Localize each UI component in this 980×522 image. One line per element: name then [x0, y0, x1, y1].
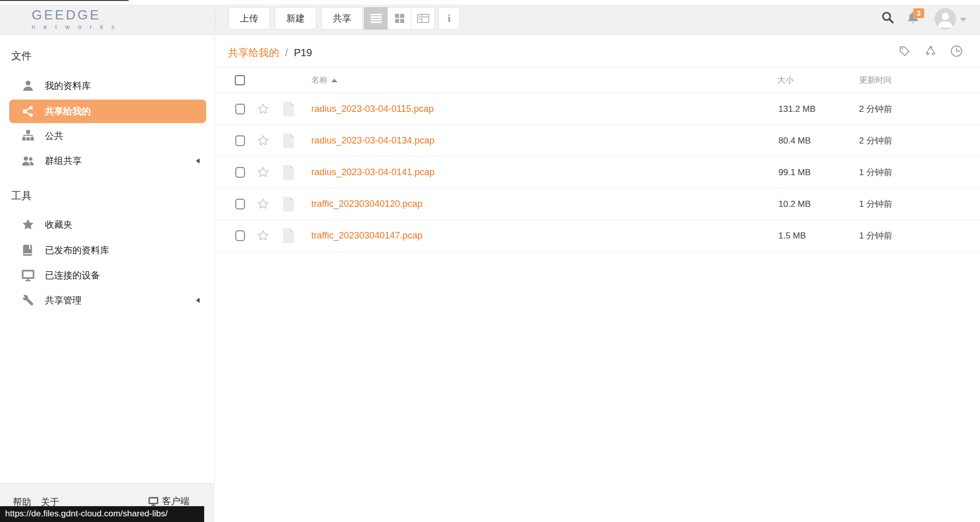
table-row[interactable]: radius_2023-03-04-0134.pcap 80.4 MB 2 分钟… — [215, 125, 980, 157]
sidebar-item-connected-devices[interactable]: 已连接的设备 — [0, 263, 215, 288]
avatar[interactable] — [935, 8, 956, 30]
file-link[interactable]: radius_2023-03-04-0141.pcap — [303, 167, 777, 178]
file-icon — [274, 228, 303, 244]
star-icon — [21, 218, 35, 231]
book-icon — [21, 244, 35, 257]
star-toggle[interactable] — [252, 229, 274, 242]
star-toggle[interactable] — [252, 134, 274, 147]
row-checkbox[interactable] — [235, 167, 245, 178]
star-outline-icon — [257, 134, 270, 147]
client-monitor-icon — [148, 496, 159, 507]
recycle-icon — [923, 44, 938, 58]
list-view-button[interactable] — [364, 7, 388, 30]
file-link[interactable]: radius_2023-03-04-0134.pcap — [303, 135, 777, 146]
table-header-row: 名称 大小 更新时间 — [215, 67, 980, 93]
group-icon — [21, 154, 35, 168]
row-checkbox[interactable] — [235, 199, 245, 209]
history-clock-icon — [949, 44, 964, 58]
file-updated: 1 分钟前 — [859, 167, 980, 178]
notification-count-badge[interactable]: 3 — [913, 8, 924, 18]
breadcrumb-current: P19 — [294, 47, 312, 58]
sidebar-item-public[interactable]: 公共 — [0, 124, 215, 148]
window-top-strip — [0, 0, 980, 5]
share-button[interactable]: 共享 — [321, 7, 363, 30]
collapse-caret-icon[interactable] — [196, 298, 200, 303]
sidebar-item-published-libraries[interactable]: 已发布的资料库 — [0, 238, 215, 263]
file-size: 131.2 MB — [777, 104, 859, 114]
sidebar-item-label: 共享给我的 — [45, 105, 91, 117]
star-outline-icon — [257, 229, 270, 242]
view-mode-switch — [364, 7, 435, 30]
chevron-down-icon[interactable] — [960, 18, 966, 21]
tag-button[interactable] — [897, 44, 912, 58]
file-toolbar: 上传 新建 共享 — [228, 7, 363, 30]
file-link[interactable]: traffic_202303040120.pcap — [303, 199, 777, 209]
search-button[interactable] — [881, 11, 895, 27]
row-checkbox[interactable] — [235, 230, 245, 241]
file-size: 80.4 MB — [777, 136, 859, 146]
file-updated: 2 分钟前 — [859, 103, 980, 115]
upload-button[interactable]: 上传 — [228, 7, 270, 30]
info-icon: i — [448, 12, 451, 25]
logo-line1: GEEDGE — [32, 8, 118, 21]
file-link[interactable]: radius_2023-03-04-0115.pcap — [303, 104, 777, 114]
table-row[interactable]: radius_2023-03-04-0141.pcap 99.1 MB 1 分钟… — [215, 157, 980, 188]
info-button[interactable]: i — [438, 7, 460, 30]
file-icon — [274, 133, 303, 149]
search-icon — [881, 11, 895, 25]
column-header-size[interactable]: 大小 — [777, 75, 859, 86]
new-button[interactable]: 新建 — [275, 7, 316, 30]
section-title-files: 文件 — [11, 49, 32, 63]
organization-icon — [21, 129, 35, 143]
file-size: 1.5 MB — [777, 231, 859, 241]
breadcrumb-parent-link[interactable]: 共享给我的 — [228, 47, 279, 58]
star-toggle[interactable] — [252, 166, 274, 179]
sidebar-item-label: 已连接的设备 — [45, 269, 100, 281]
column-header-name[interactable]: 名称 — [303, 75, 777, 86]
table-row[interactable]: radius_2023-03-04-0115.pcap 131.2 MB 2 分… — [215, 93, 980, 125]
share-nodes-icon — [21, 105, 35, 118]
sidebar-item-label: 已发布的资料库 — [45, 244, 109, 256]
breadcrumb: 共享给我的 / P19 — [228, 46, 312, 60]
file-icon — [274, 101, 303, 117]
recycle-bin-button[interactable] — [923, 44, 938, 58]
sort-asc-icon — [331, 79, 337, 82]
status-url-bar: https://de.files.gdnt-cloud.com/shared-l… — [0, 506, 204, 522]
logo-line2: n e t w o r k s — [32, 24, 118, 30]
star-toggle[interactable] — [252, 103, 274, 115]
detail-view-button[interactable] — [411, 7, 435, 30]
column-header-updated[interactable]: 更新时间 — [859, 75, 980, 86]
avatar-person-icon — [935, 8, 956, 30]
table-row[interactable]: traffic_202303040147.pcap 1.5 MB 1 分钟前 — [215, 220, 980, 252]
select-all-checkbox[interactable] — [235, 75, 245, 85]
star-toggle[interactable] — [252, 198, 274, 210]
section-title-tools: 工具 — [11, 189, 32, 203]
list-view-icon — [371, 14, 382, 23]
sidebar-item-share-admin[interactable]: 共享管理 — [0, 288, 215, 313]
file-updated: 1 分钟前 — [859, 198, 980, 210]
grid-view-icon — [395, 14, 404, 23]
file-icon — [274, 196, 303, 212]
sidebar-item-favorites[interactable]: 收藏夹 — [0, 212, 215, 237]
tag-icon — [897, 44, 912, 58]
history-button[interactable] — [949, 44, 964, 58]
row-checkbox[interactable] — [235, 135, 245, 146]
row-checkbox[interactable] — [235, 104, 245, 114]
sidebar-item-shared-with-me[interactable]: 共享给我的 — [9, 100, 206, 123]
sidebar-item-label: 共享管理 — [45, 294, 82, 306]
name-column-label: 名称 — [311, 75, 328, 86]
sidebar-item-group-shares[interactable]: 群组共享 — [0, 149, 215, 173]
client-link[interactable]: 客户端 — [148, 495, 189, 507]
file-link[interactable]: traffic_202303040147.pcap — [303, 230, 777, 241]
collapse-caret-icon[interactable] — [196, 158, 200, 163]
user-icon — [21, 79, 35, 92]
sidebar-item-my-libraries[interactable]: 我的资料库 — [0, 74, 215, 98]
sidebar-item-label: 我的资料库 — [45, 80, 91, 92]
sidebar-item-label: 公共 — [45, 130, 63, 142]
file-size: 10.2 MB — [777, 199, 859, 209]
file-updated: 1 分钟前 — [859, 230, 980, 242]
grid-view-button[interactable] — [387, 7, 411, 30]
wrench-icon — [21, 294, 35, 307]
file-table: 名称 大小 更新时间 radius_2023-03-04-0115.pcap 1… — [215, 67, 980, 252]
table-row[interactable]: traffic_202303040120.pcap 10.2 MB 1 分钟前 — [215, 188, 980, 220]
